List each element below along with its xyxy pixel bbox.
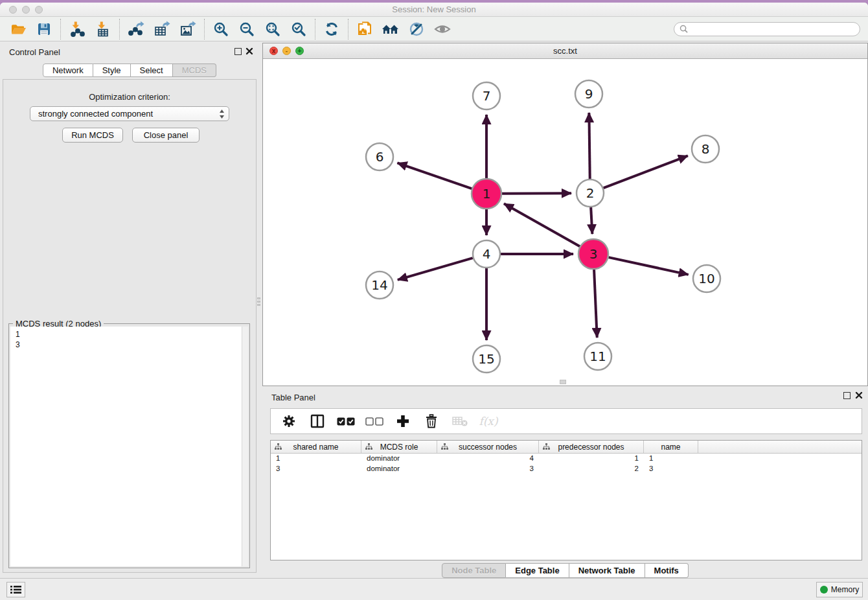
edge-3-10[interactable] xyxy=(608,257,688,275)
close-panel-icon[interactable] xyxy=(246,47,253,55)
table-row[interactable]: 3dominator323 xyxy=(271,464,862,474)
canvas-grip[interactable] xyxy=(560,380,566,384)
network-canvas[interactable]: 7968124314101511 xyxy=(263,59,867,386)
export-image-button[interactable] xyxy=(175,18,201,40)
column-header-MCDS-role[interactable]: MCDS role xyxy=(361,441,437,453)
split-columns-icon xyxy=(310,413,325,429)
save-session-button[interactable] xyxy=(31,18,57,40)
search-input[interactable] xyxy=(691,24,854,34)
edge-1-2[interactable] xyxy=(502,193,571,194)
deselect-all-button[interactable] xyxy=(363,411,386,432)
table-cell[interactable]: dominator xyxy=(361,454,437,464)
tab-style[interactable]: Style xyxy=(93,63,131,77)
table-cell[interactable]: 3 xyxy=(644,464,698,474)
tab-node-table[interactable]: Node Table xyxy=(442,563,506,578)
tab-motifs[interactable]: Motifs xyxy=(645,563,689,578)
zoom-in-button[interactable] xyxy=(208,18,234,40)
edge-3-1[interactable] xyxy=(504,203,580,246)
tab-network[interactable]: Network xyxy=(43,63,93,77)
select-all-button[interactable] xyxy=(334,411,358,432)
table-row[interactable]: 1dominator411 xyxy=(271,454,862,464)
table-cell[interactable]: 4 xyxy=(437,454,539,464)
main-toolbar xyxy=(0,17,868,41)
refresh-icon xyxy=(323,21,340,38)
zoom-fit-icon xyxy=(264,21,281,38)
zoom-fit-button[interactable] xyxy=(260,18,286,40)
node-label-9: 9 xyxy=(585,86,593,102)
refresh-layout-button[interactable] xyxy=(319,18,345,40)
open-folder-icon xyxy=(10,21,27,37)
criterion-dropdown[interactable]: strongly connected component xyxy=(30,106,229,121)
edge-3-11[interactable] xyxy=(594,270,597,338)
export-network-button[interactable] xyxy=(123,18,149,40)
panel-splitter-handle[interactable] xyxy=(257,297,262,310)
export-table-icon xyxy=(154,21,170,38)
node-label-2: 2 xyxy=(586,185,595,201)
node-label-3: 3 xyxy=(589,246,598,262)
function-builder-button[interactable]: f(x) xyxy=(477,411,500,432)
hide-graphics-details-button[interactable] xyxy=(404,18,429,40)
run-mcds-button[interactable]: Run MCDS xyxy=(62,128,123,143)
table-cell[interactable]: 1 xyxy=(539,454,644,464)
delete-table-button[interactable] xyxy=(448,411,472,432)
tab-select[interactable]: Select xyxy=(131,63,173,77)
tab-mcds[interactable]: MCDS xyxy=(173,63,216,77)
zoom-in-icon xyxy=(212,21,229,38)
table-cell[interactable]: 1 xyxy=(644,454,698,464)
memory-button[interactable]: Memory xyxy=(816,582,863,597)
task-history-button[interactable] xyxy=(6,582,25,597)
import-table-button[interactable] xyxy=(90,18,116,40)
column-header-name[interactable]: name xyxy=(644,441,698,453)
edge-4-14[interactable] xyxy=(398,258,473,280)
network-window-titlebar: x - + scc.txt xyxy=(263,43,867,59)
node-table[interactable]: shared nameMCDS rolesuccessor nodesprede… xyxy=(270,440,862,560)
add-column-button[interactable] xyxy=(391,411,415,432)
edge-1-6[interactable] xyxy=(397,163,472,189)
delete-column-button[interactable] xyxy=(420,411,443,432)
show-hide-annotations-button[interactable] xyxy=(429,18,455,40)
table-header-row: shared nameMCDS rolesuccessor nodesprede… xyxy=(271,441,862,454)
clone-network-button[interactable] xyxy=(352,18,378,40)
column-header-successor-nodes[interactable]: successor nodes xyxy=(437,441,539,453)
table-cell[interactable]: 3 xyxy=(437,464,539,474)
control-panel-header: Control Panel xyxy=(0,41,259,62)
column-header-predecessor-nodes[interactable]: predecessor nodes xyxy=(539,441,644,453)
toolbar-separator xyxy=(348,19,348,40)
home-button[interactable] xyxy=(378,18,404,40)
control-panel-title: Control Panel xyxy=(9,47,60,57)
float-table-panel-icon[interactable] xyxy=(843,392,851,399)
column-header-shared-name[interactable]: shared name xyxy=(271,441,361,453)
edge-2-3[interactable] xyxy=(591,207,592,234)
unchecked-boxes-icon xyxy=(365,417,383,426)
network-graph[interactable]: 7968124314101511 xyxy=(263,59,867,386)
close-panel-button[interactable]: Close panel xyxy=(132,128,200,143)
open-file-button[interactable] xyxy=(5,18,31,40)
mcds-result-list[interactable]: 13 xyxy=(10,327,242,566)
close-table-panel-icon[interactable] xyxy=(855,391,863,399)
result-scrollbar[interactable] xyxy=(242,327,248,566)
task-list-icon xyxy=(10,585,21,594)
table-cell[interactable]: 1 xyxy=(271,454,361,464)
zoom-out-button[interactable] xyxy=(234,18,260,40)
edge-2-9[interactable] xyxy=(589,113,589,179)
table-cell[interactable]: 2 xyxy=(539,464,644,474)
import-table-icon xyxy=(95,21,111,38)
float-panel-icon[interactable] xyxy=(234,48,242,55)
table-cell[interactable]: 3 xyxy=(271,464,361,474)
export-table-button[interactable] xyxy=(149,18,175,40)
tab-edge-table[interactable]: Edge Table xyxy=(506,563,569,578)
memory-label: Memory xyxy=(831,585,859,594)
table-cell[interactable]: dominator xyxy=(361,464,437,474)
attribute-type-icon xyxy=(441,443,448,450)
table-options-button[interactable] xyxy=(277,411,301,432)
search-box[interactable] xyxy=(674,22,860,36)
zoom-selected-button[interactable] xyxy=(286,18,312,40)
attribute-type-icon xyxy=(543,443,550,450)
show-column-button[interactable] xyxy=(306,411,329,432)
import-network-button[interactable] xyxy=(64,18,90,40)
edge-2-8[interactable] xyxy=(604,156,688,188)
dropdown-stepper-icon xyxy=(219,109,225,119)
tab-network-table[interactable]: Network Table xyxy=(569,563,645,578)
search-icon xyxy=(680,25,688,33)
table-toolbar: f(x) xyxy=(270,408,862,434)
